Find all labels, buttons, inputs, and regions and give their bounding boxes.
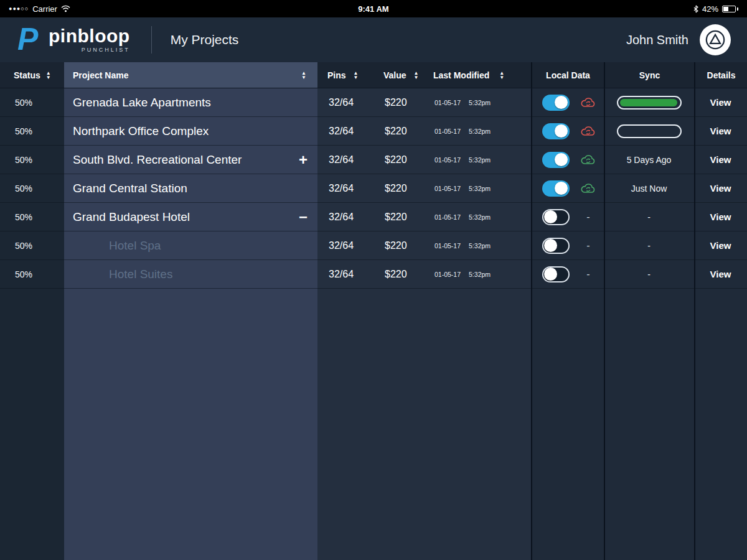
view-link[interactable]: View (710, 183, 731, 194)
pins-cell: 32/64 (317, 260, 374, 288)
local-data-toggle[interactable] (542, 152, 570, 168)
view-link[interactable]: View (710, 269, 731, 279)
local-data-cell: - (531, 203, 604, 231)
local-data-toggle[interactable] (542, 95, 570, 111)
toggle-knob (544, 210, 557, 223)
project-cell[interactable]: Grenada Lake Apartments (64, 88, 317, 116)
modified-time: 5:32pm (469, 271, 491, 278)
cloud-sync-icon[interactable] (579, 125, 598, 138)
value-amount: $220 (385, 212, 407, 223)
project-cell[interactable]: Grand Central Station (64, 174, 317, 202)
pins-value: 32/64 (329, 240, 354, 251)
sort-icon[interactable] (414, 71, 419, 80)
sort-icon[interactable] (301, 71, 306, 80)
project-name[interactable]: Hotel Spa (73, 239, 161, 253)
table-header-row: Status Project Name Pins Value Last Modi… (0, 62, 747, 88)
pins-cell: 32/64 (317, 203, 374, 231)
projects-table: Status Project Name Pins Value Last Modi… (0, 62, 747, 560)
value-amount: $220 (385, 269, 407, 280)
sync-text: Just Now (631, 184, 667, 194)
column-header-status[interactable]: Status (0, 62, 64, 88)
project-cell[interactable]: Hotel Suites (64, 260, 317, 288)
view-link[interactable]: View (710, 126, 731, 136)
local-data-toggle[interactable] (542, 238, 570, 254)
status-cell: 50% (0, 231, 64, 259)
column-header-status-label: Status (14, 70, 40, 80)
status-value: 50% (15, 269, 32, 279)
project-cell[interactable]: Northpark Office Complex (64, 117, 317, 145)
modified-date: 01-05-17 (435, 128, 461, 135)
local-data-toggle[interactable] (542, 180, 570, 197)
project-name[interactable]: Grand Central Station (73, 182, 187, 195)
project-name[interactable]: Grand Budapest Hotel (73, 210, 190, 224)
column-header-modified[interactable]: Last Modified (423, 62, 531, 88)
sync-text: 5 Days Ago (627, 155, 672, 165)
value-cell: $220 (374, 231, 423, 259)
project-name[interactable]: Northpark Office Complex (73, 124, 209, 138)
project-name[interactable]: Grenada Lake Apartments (73, 96, 211, 110)
local-data-cell (531, 174, 604, 202)
last-modified-cell: 01-05-17 5:32pm (423, 174, 531, 202)
project-cell[interactable]: South Blvd. Recreational Center + (64, 146, 317, 174)
sync-progress (617, 96, 682, 110)
pins-value: 32/64 (329, 212, 354, 223)
column-header-modified-label: Last Modified (433, 70, 489, 80)
ios-status-bar: ●●●○○ Carrier 9:41 AM 42% (0, 0, 747, 17)
local-data-toggle[interactable] (542, 123, 570, 139)
pins-cell: 32/64 (317, 174, 374, 202)
sync-cell (604, 117, 694, 145)
last-modified-cell: 01-05-17 5:32pm (423, 88, 531, 116)
cloud-sync-icon[interactable] (579, 154, 598, 166)
pinbloop-logo-icon: P (16, 24, 42, 56)
status-value: 50% (15, 126, 32, 136)
status-cell: 50% (0, 174, 64, 202)
cloud-sync-icon[interactable] (579, 182, 598, 195)
toggle-knob (555, 96, 568, 109)
table-row: 50% Northpark Office Complex 32/64 $220 … (0, 117, 747, 146)
table-row: 50% Hotel Suites 32/64 $220 01-05-17 5:3… (0, 260, 747, 289)
sync-progress (617, 124, 682, 138)
sort-icon[interactable] (46, 71, 51, 80)
project-cell[interactable]: Grand Budapest Hotel − (64, 203, 317, 231)
status-value: 50% (15, 155, 32, 165)
modified-time: 5:32pm (469, 156, 491, 164)
project-cell[interactable]: Hotel Spa (64, 231, 317, 259)
expander-icon[interactable]: − (299, 210, 308, 225)
status-cell: 50% (0, 117, 64, 145)
column-header-project[interactable]: Project Name (64, 62, 317, 88)
table-body: 50% Grenada Lake Apartments 32/64 $220 0… (0, 88, 747, 289)
pins-cell: 32/64 (317, 146, 374, 174)
pins-value: 32/64 (329, 183, 354, 194)
signal-strength-icon: ●●●○○ (9, 6, 29, 12)
cloud-sync-icon[interactable] (579, 96, 598, 109)
modified-date: 01-05-17 (435, 242, 461, 250)
view-link[interactable]: View (710, 212, 731, 222)
status-cell: 50% (0, 203, 64, 231)
project-name[interactable]: Hotel Suites (73, 268, 172, 281)
view-link[interactable]: View (710, 240, 731, 251)
local-data-toggle[interactable] (542, 209, 570, 225)
last-modified-cell: 01-05-17 5:32pm (423, 231, 531, 259)
column-header-pins-label: Pins (327, 70, 346, 80)
toggle-knob (555, 124, 568, 138)
toggle-knob (555, 153, 568, 166)
avatar[interactable] (700, 24, 731, 55)
toggle-knob (555, 182, 568, 195)
expander-icon[interactable]: + (299, 152, 308, 167)
column-header-sync: Sync (604, 62, 694, 88)
column-header-pins[interactable]: Pins (317, 62, 374, 88)
project-name[interactable]: South Blvd. Recreational Center (73, 153, 242, 167)
modified-time: 5:32pm (469, 128, 491, 135)
value-cell: $220 (374, 260, 423, 288)
local-data-toggle[interactable] (542, 266, 570, 282)
sort-icon[interactable] (354, 71, 359, 80)
view-link[interactable]: View (710, 154, 731, 165)
column-header-value[interactable]: Value (374, 62, 423, 88)
pins-cell: 32/64 (317, 117, 374, 145)
view-link[interactable]: View (710, 97, 731, 108)
pins-value: 32/64 (329, 154, 354, 166)
bluetooth-icon (693, 5, 698, 13)
details-cell: View (694, 231, 747, 259)
value-cell: $220 (374, 117, 423, 145)
sort-icon[interactable] (499, 71, 504, 80)
